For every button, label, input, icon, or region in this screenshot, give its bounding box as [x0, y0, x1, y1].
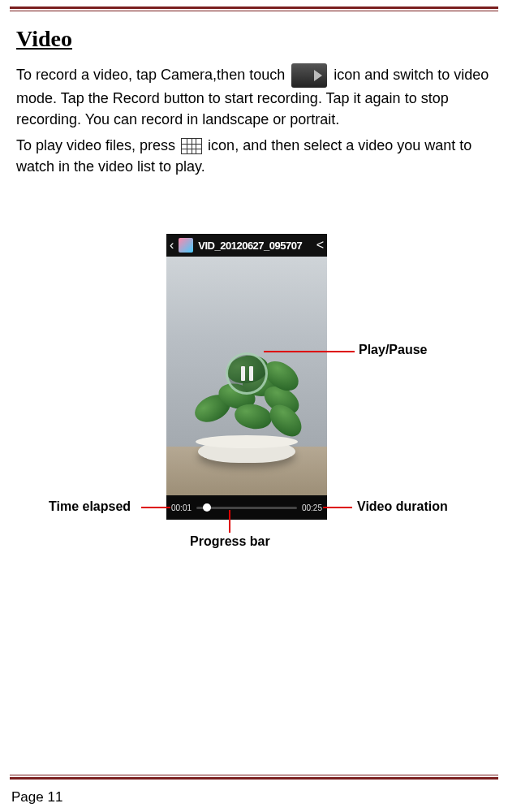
- time-elapsed-value: 00:01: [171, 503, 192, 512]
- grid-icon: [181, 138, 202, 154]
- callout-video-duration: Video duration: [357, 499, 448, 514]
- share-icon: <: [316, 238, 324, 253]
- page-number: Page 11: [11, 789, 62, 806]
- progress-handle[interactable]: [203, 503, 211, 512]
- video-controls-bar: 00:01 00:25: [166, 495, 327, 520]
- video-camera-icon: [291, 63, 327, 88]
- callout-line: [229, 510, 230, 533]
- video-filename: VID_20120627_095707: [198, 240, 311, 252]
- callout-play-pause: Play/Pause: [359, 343, 428, 357]
- callout-line: [323, 507, 352, 508]
- back-icon: ‹: [170, 238, 174, 253]
- annotated-screenshot-figure: ‹ VID_20120627_095707 < 00:01: [16, 234, 492, 607]
- callout-progress-bar: Progress bar: [190, 534, 270, 549]
- page-content: Video To record a video, tap Camera,then…: [0, 11, 508, 607]
- callout-line: [264, 351, 355, 352]
- para1-text-before: To record a video, tap Camera,then touch: [16, 67, 289, 83]
- progress-bar[interactable]: [196, 507, 297, 509]
- para2-text-before: To play video files, press: [16, 137, 179, 153]
- page-bottom-rule: [10, 775, 498, 780]
- video-frame: [166, 257, 327, 495]
- paragraph-2: To play video files, press icon, and the…: [16, 135, 492, 177]
- pause-icon: [241, 366, 253, 381]
- video-player-topbar: ‹ VID_20120627_095707 <: [166, 234, 327, 257]
- phone-screenshot: ‹ VID_20120627_095707 < 00:01: [166, 234, 327, 520]
- gallery-thumb-icon: [179, 238, 193, 253]
- callout-line: [141, 507, 170, 508]
- section-heading: Video: [16, 26, 492, 52]
- play-pause-button[interactable]: [226, 352, 268, 395]
- video-duration-value: 00:25: [302, 503, 322, 512]
- paragraph-1: To record a video, tap Camera,then touch…: [16, 63, 492, 130]
- callout-time-elapsed: Time elapsed: [49, 499, 131, 514]
